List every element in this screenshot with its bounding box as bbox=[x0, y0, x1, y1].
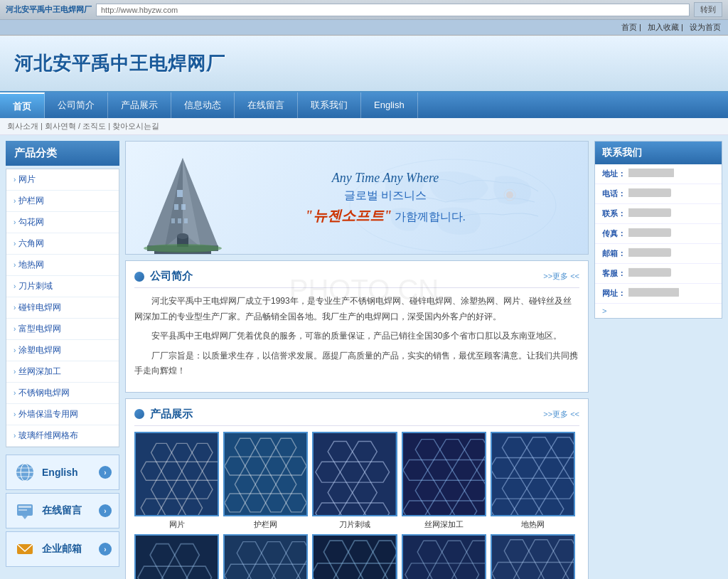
contact-service-label: 客服： bbox=[602, 268, 626, 279]
company-para3: 厂厂宗旨是：以质量求生存，以信誉求发展。愿提厂高质量的产品，实实的销售，最优至顾… bbox=[134, 349, 579, 379]
contact-website-value: ██████████ bbox=[628, 288, 679, 297]
sidebar-item-siwang[interactable]: ›丝网深加工 bbox=[6, 361, 119, 383]
product-hulanwang[interactable]: 护栏网 bbox=[223, 432, 308, 530]
product-wangpian[interactable]: 网片 bbox=[134, 432, 219, 530]
company-text: 河北安平禹中王电焊网厂成立于1993年，是专业生产不锈钢电焊网、碰锌电焊网、涂塑… bbox=[134, 294, 579, 379]
product-label-daopian: 刀片刺域 bbox=[339, 519, 370, 530]
topbar-home[interactable]: 首页 bbox=[621, 23, 637, 31]
svg-rect-27 bbox=[136, 433, 218, 515]
guestbook-label: 在线留言 bbox=[42, 504, 82, 517]
english-arrow[interactable]: › bbox=[99, 466, 112, 479]
product-img-r2-3 bbox=[312, 534, 397, 579]
product-r2-2[interactable] bbox=[223, 534, 308, 579]
svg-rect-6 bbox=[18, 506, 31, 508]
sidebar-item-glass[interactable]: ›玻璃纤维网格布 bbox=[6, 425, 119, 447]
svg-rect-95 bbox=[136, 536, 218, 579]
product-img-r2-4 bbox=[402, 534, 486, 579]
product-img-r2-5 bbox=[491, 534, 575, 579]
sidebar-item-daopian[interactable]: ›刀片刺域 bbox=[6, 276, 119, 297]
nav-guestbook[interactable]: 在线留言 bbox=[235, 92, 298, 118]
contact-phone-value: ██████ bbox=[628, 188, 671, 197]
topbar-default[interactable]: 设为首页 bbox=[690, 23, 721, 31]
contact-person: 联系： ████ bbox=[595, 204, 722, 224]
sidebar-title: 产品分类 bbox=[6, 141, 119, 166]
products-dot bbox=[134, 409, 144, 419]
company-para1: 河北安平禹中王电焊网厂成立于1993年，是专业生产不锈钢电焊网、碰锌电焊网、涂塑… bbox=[134, 294, 579, 324]
guestbook-arrow[interactable]: › bbox=[99, 504, 112, 517]
svg-rect-67 bbox=[403, 433, 485, 515]
product-r2-3[interactable] bbox=[312, 534, 397, 579]
svg-marker-8 bbox=[22, 516, 28, 519]
product-label-hulanwang: 护栏网 bbox=[254, 519, 277, 530]
sidebar-item-direwang[interactable]: ›地热网 bbox=[6, 255, 119, 276]
products-more[interactable]: >>更多 << bbox=[543, 409, 579, 420]
banner-brand-text: "뉴젠소프트" bbox=[305, 208, 392, 223]
product-img-direwang bbox=[491, 432, 575, 516]
site-title-small: 河北安平禹中王电焊网厂 bbox=[6, 4, 92, 15]
topbar-bookmark[interactable]: 加入收藏 bbox=[648, 23, 679, 31]
banner-en-text: Any Time Any Where bbox=[305, 171, 466, 186]
contact-address: 地址： █████████ bbox=[595, 164, 722, 184]
section-dot bbox=[134, 272, 144, 282]
message-icon bbox=[14, 499, 36, 522]
sidebar-item-pengxin[interactable]: ›碰锌电焊网 bbox=[6, 297, 119, 319]
contact-address-value: █████████ bbox=[628, 169, 674, 177]
center-content: Any Time Any Where 글로벌 비즈니스 "뉴젠소프트" 가함께합… bbox=[125, 141, 589, 579]
sidebar-item-fuxing[interactable]: ›富型电焊网 bbox=[6, 319, 119, 340]
sidebar-item-stainless[interactable]: ›不锈钢电焊网 bbox=[6, 383, 119, 404]
email-arrow[interactable]: › bbox=[99, 543, 112, 556]
product-label-wangpian: 网片 bbox=[169, 519, 185, 530]
product-daopian[interactable]: 刀片刺域 bbox=[312, 432, 397, 530]
sidebar-item-wangpian[interactable]: ›网片 bbox=[6, 169, 119, 191]
product-r2-4[interactable] bbox=[402, 534, 486, 579]
contact-phone: 电话： ██████ bbox=[595, 184, 722, 204]
contact-service-value: ████████ bbox=[628, 268, 671, 277]
sidebar-item-hulanwang[interactable]: ›护栏网 bbox=[6, 191, 119, 212]
company-title: 公司简介 bbox=[150, 270, 193, 283]
company-section-header: 公司简介 >>更多 << bbox=[134, 270, 579, 288]
nav-home[interactable]: 首页 bbox=[0, 92, 45, 118]
main-nav: 首页 公司简介 产品展示 信息动态 在线留言 联系我们 English bbox=[0, 92, 728, 118]
sidebar-item-wall[interactable]: ›外墙保温专用网 bbox=[6, 404, 119, 425]
contact-title: 联系我们 bbox=[595, 142, 722, 164]
contact-email: 邮箱： ████████ bbox=[595, 244, 722, 264]
svg-rect-135 bbox=[492, 536, 574, 579]
site-title: 河北安平禹中王电焊网厂 bbox=[0, 44, 728, 83]
nav-about[interactable]: 公司简介 bbox=[45, 92, 108, 118]
contact-more[interactable]: > bbox=[595, 304, 722, 318]
product-img-daopian bbox=[312, 432, 397, 516]
svg-rect-114 bbox=[314, 536, 395, 579]
left-sidebar: 产品分类 ›网片 ›护栏网 ›勾花网 ›六角网 ›地热网 ›刀片刺域 ›碰锌电焊… bbox=[6, 141, 119, 579]
svg-point-22 bbox=[177, 233, 188, 239]
browser-go[interactable]: 转到 bbox=[694, 2, 722, 17]
browser-bar: 河北安平禹中王电焊网厂 转到 bbox=[0, 0, 728, 20]
product-r2-1[interactable] bbox=[134, 534, 219, 579]
product-img-hulanwang bbox=[223, 432, 308, 516]
banner-kr1-text: 글로벌 비즈니스 bbox=[305, 188, 466, 203]
product-r2-5[interactable] bbox=[491, 534, 575, 579]
products-title: 产品展示 bbox=[150, 408, 193, 421]
contact-email-label: 邮箱： bbox=[602, 248, 626, 259]
sidebar-item-gouhwang[interactable]: ›勾花网 bbox=[6, 212, 119, 233]
email-button[interactable]: 企业邮箱 › bbox=[6, 531, 119, 567]
nav-contact[interactable]: 联系我们 bbox=[298, 92, 361, 118]
nav-news[interactable]: 信息动态 bbox=[171, 92, 235, 118]
contact-fax: 传真： ██████ bbox=[595, 224, 722, 244]
product-siwang[interactable]: 丝网深加工 bbox=[402, 432, 486, 530]
sidebar-item-liujiaowang[interactable]: ›六角网 bbox=[6, 233, 119, 255]
breadcrumb: 회사소개 | 회사연혁 / 조직도 | 찾아오시는길 bbox=[0, 118, 728, 135]
contact-fax-value: ██████ bbox=[628, 228, 671, 237]
sidebar-item-tusu[interactable]: ›涂塑电焊网 bbox=[6, 340, 119, 361]
contact-phone-label: 电话： bbox=[602, 188, 626, 199]
svg-rect-16 bbox=[174, 204, 178, 210]
address-bar[interactable] bbox=[96, 4, 690, 16]
contact-website-label: 网址： bbox=[602, 288, 626, 299]
product-direwang[interactable]: 地热网 bbox=[491, 432, 575, 530]
english-button[interactable]: English › bbox=[6, 455, 119, 490]
nav-english[interactable]: English bbox=[361, 92, 418, 118]
company-more[interactable]: >>更多 << bbox=[543, 271, 579, 282]
nav-products[interactable]: 产品展示 bbox=[108, 92, 171, 118]
svg-rect-81 bbox=[492, 433, 574, 515]
guestbook-button[interactable]: 在线留言 › bbox=[6, 493, 119, 528]
contact-service: 客服： ████████ bbox=[595, 264, 722, 284]
